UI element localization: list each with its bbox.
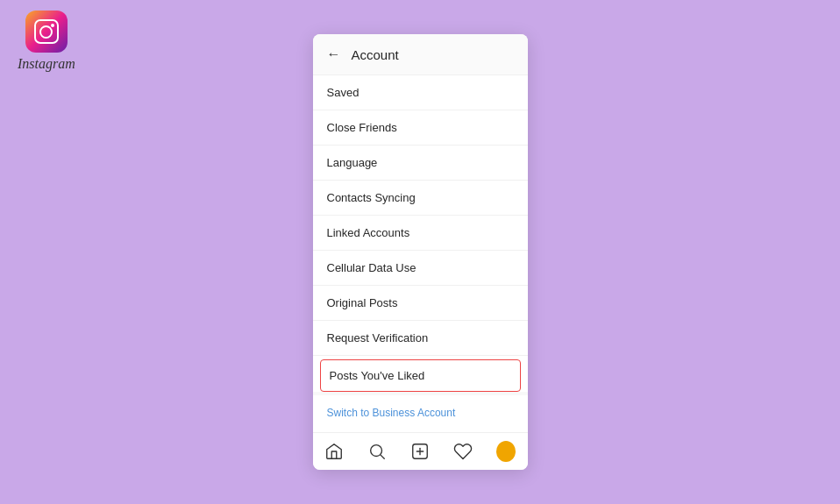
phone-container: ← Account SavedClose FriendsLanguageCont… — [313, 34, 528, 470]
page-header: ← Account — [313, 34, 528, 75]
menu-item-cellular-data-use[interactable]: Cellular Data Use — [313, 251, 528, 286]
ig-wordmark: Instagram — [18, 56, 75, 72]
back-button[interactable]: ← — [327, 46, 341, 62]
activity-nav-button[interactable] — [453, 442, 473, 461]
menu-item-saved[interactable]: Saved — [313, 75, 528, 110]
ig-icon — [25, 11, 68, 53]
menu-item-original-posts[interactable]: Original Posts — [313, 286, 528, 321]
add-nav-button[interactable] — [410, 442, 430, 461]
svg-point-0 — [371, 445, 382, 457]
search-nav-button[interactable] — [367, 442, 387, 461]
profile-nav-button[interactable] — [496, 442, 516, 461]
home-nav-button[interactable] — [324, 442, 344, 461]
switch-business-link[interactable]: Switch to Business Account — [327, 407, 456, 419]
svg-line-1 — [381, 455, 384, 458]
switch-business-section: Switch to Business Account — [313, 395, 528, 432]
ig-icon-inner — [34, 19, 59, 44]
menu-item-close-friends[interactable]: Close Friends — [313, 110, 528, 146]
profile-avatar — [496, 441, 516, 462]
page-title: Account — [352, 47, 399, 62]
menu-list: SavedClose FriendsLanguageContacts Synci… — [313, 75, 528, 392]
bottom-nav — [313, 432, 528, 470]
menu-item-language[interactable]: Language — [313, 146, 528, 181]
instagram-logo: Instagram — [18, 11, 75, 72]
menu-item-linked-accounts[interactable]: Linked Accounts — [313, 216, 528, 251]
menu-item-posts-youve-liked[interactable]: Posts You've Liked — [320, 359, 521, 392]
menu-item-contacts-syncing[interactable]: Contacts Syncing — [313, 181, 528, 216]
menu-item-request-verification[interactable]: Request Verification — [313, 321, 528, 356]
